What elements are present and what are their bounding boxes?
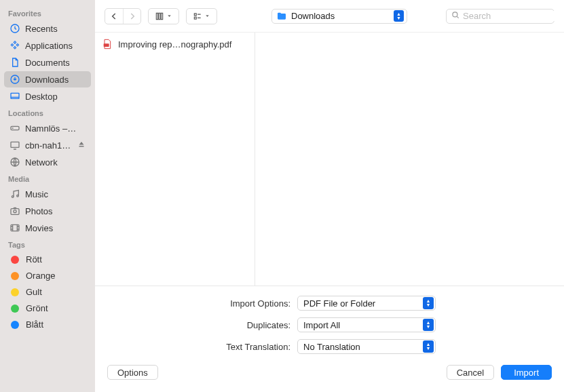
duplicates-select[interactable]: Import All ▲▼: [297, 317, 436, 332]
forward-button[interactable]: [123, 9, 140, 24]
import-options-select[interactable]: PDF File or Folder ▲▼: [297, 296, 436, 311]
view-mode-button[interactable]: [148, 8, 179, 24]
svg-point-7: [12, 196, 14, 198]
sidebar-tag-red[interactable]: Rött: [4, 252, 91, 267]
select-value: No Translation: [303, 342, 423, 352]
popup-arrows-icon: ▲▼: [423, 340, 434, 353]
file-column[interactable]: Improving rep…nography.pdf: [95, 33, 255, 286]
cancel-button[interactable]: Cancel: [447, 365, 494, 380]
svg-point-10: [14, 210, 16, 213]
svg-rect-15: [194, 13, 196, 15]
sidebar-item-label: Music: [25, 189, 48, 199]
option-label: Import Options:: [107, 298, 297, 309]
sidebar-tag-orange[interactable]: Orange: [4, 268, 91, 283]
sidebar-item-disk[interactable]: Namnlös –…: [4, 120, 91, 136]
option-label: Duplicates:: [107, 320, 297, 330]
svg-rect-11: [11, 224, 19, 231]
sidebar-section-media: Media: [0, 171, 95, 185]
sidebar-section-tags: Tags: [0, 237, 95, 251]
svg-rect-5: [11, 142, 19, 147]
svg-rect-9: [11, 209, 19, 215]
button-label: Cancel: [457, 368, 484, 378]
sidebar-item-label: Orange: [26, 271, 55, 281]
disk-icon: [10, 123, 20, 134]
sidebar-item-downloads[interactable]: Downloads: [4, 71, 91, 87]
svg-point-4: [12, 128, 13, 129]
sidebar-item-label: Network: [25, 157, 58, 168]
svg-rect-13: [159, 13, 160, 19]
svg-rect-14: [161, 13, 162, 19]
toolbar: Downloads ▲▼: [95, 0, 564, 33]
document-icon: [10, 57, 20, 68]
svg-rect-2: [11, 93, 19, 98]
sidebar-item-remote[interactable]: cbn-nah1…: [4, 137, 91, 153]
popup-arrows-icon: ▲▼: [423, 297, 434, 309]
svg-point-8: [17, 195, 19, 197]
clock-icon: [10, 23, 20, 34]
back-button[interactable]: [105, 9, 123, 24]
sidebar-item-movies[interactable]: Movies: [4, 220, 91, 236]
sidebar-item-label: Desktop: [25, 92, 58, 102]
tag-dot-icon: [11, 272, 19, 280]
sidebar-item-label: Namnlös –…: [25, 123, 76, 134]
svg-rect-18: [104, 43, 109, 47]
option-row-import-options: Import Options: PDF File or Folder ▲▼: [107, 296, 552, 311]
sidebar-item-label: Rött: [26, 254, 42, 264]
group-mode-button[interactable]: [186, 8, 217, 24]
sidebar-item-label: Documents: [25, 58, 70, 68]
sidebar-item-music[interactable]: Music: [4, 186, 91, 202]
preview-column: [255, 33, 564, 286]
sidebar-item-label: Movies: [25, 223, 53, 233]
options-button[interactable]: Options: [107, 365, 158, 380]
search-field[interactable]: [446, 9, 554, 24]
file-row[interactable]: Improving rep…nography.pdf: [95, 37, 255, 52]
sidebar-section-favorites: Favorites: [0, 5, 95, 20]
sidebar-item-label: Recents: [25, 24, 58, 34]
select-value: Import All: [303, 320, 423, 330]
sidebar-tag-green[interactable]: Grönt: [4, 300, 91, 316]
popup-arrows-icon: ▲▼: [423, 319, 434, 331]
sidebar-item-label: Applications: [25, 41, 73, 51]
tag-dot-icon: [11, 321, 19, 329]
text-translation-select[interactable]: No Translation ▲▼: [297, 339, 436, 354]
sidebar-tag-yellow[interactable]: Gult: [4, 284, 91, 300]
sidebar-item-label: Blått: [26, 319, 43, 330]
sidebar-item-label: Gult: [26, 287, 42, 297]
sidebar-item-label: Downloads: [25, 75, 69, 85]
sidebar-item-documents[interactable]: Documents: [4, 54, 91, 71]
sidebar-item-label: Grönt: [26, 303, 48, 313]
import-options-panel: Import Options: PDF File or Folder ▲▼ Du…: [95, 286, 564, 357]
sidebar-item-desktop[interactable]: Desktop: [4, 88, 91, 104]
sidebar-section-locations: Locations: [0, 105, 95, 119]
eject-icon[interactable]: [77, 140, 86, 151]
main-panel: Downloads ▲▼ Improving rep…nography.pdf: [95, 0, 564, 392]
svg-rect-16: [194, 17, 196, 19]
nav-buttons: [105, 8, 141, 24]
sidebar-item-recents[interactable]: Recents: [4, 20, 91, 37]
svg-point-17: [453, 12, 457, 17]
tag-dot-icon: [11, 288, 19, 296]
select-value: PDF File or Folder: [303, 298, 423, 309]
search-input[interactable]: [463, 11, 564, 21]
option-label: Text Translation:: [107, 342, 297, 352]
display-icon: [10, 140, 20, 151]
import-button[interactable]: Import: [501, 365, 552, 380]
button-label: Options: [117, 368, 148, 378]
file-browser: Improving rep…nography.pdf: [95, 33, 564, 286]
camera-icon: [10, 205, 20, 216]
download-icon: [10, 74, 20, 85]
pdf-icon: [102, 39, 113, 50]
location-label: Downloads: [291, 11, 394, 21]
desktop-icon: [10, 91, 20, 102]
location-popup[interactable]: Downloads ▲▼: [271, 9, 407, 24]
svg-rect-12: [156, 13, 157, 19]
sidebar-tag-blue[interactable]: Blått: [4, 317, 91, 332]
sidebar-item-applications[interactable]: Applications: [4, 37, 91, 54]
tag-dot-icon: [11, 256, 19, 264]
apps-icon: [10, 40, 20, 51]
music-icon: [10, 189, 20, 199]
sidebar-item-network[interactable]: Network: [4, 154, 91, 170]
sidebar: Favorites Recents Applications Documents…: [0, 0, 95, 392]
sidebar-item-photos[interactable]: Photos: [4, 203, 91, 219]
globe-icon: [10, 157, 20, 168]
